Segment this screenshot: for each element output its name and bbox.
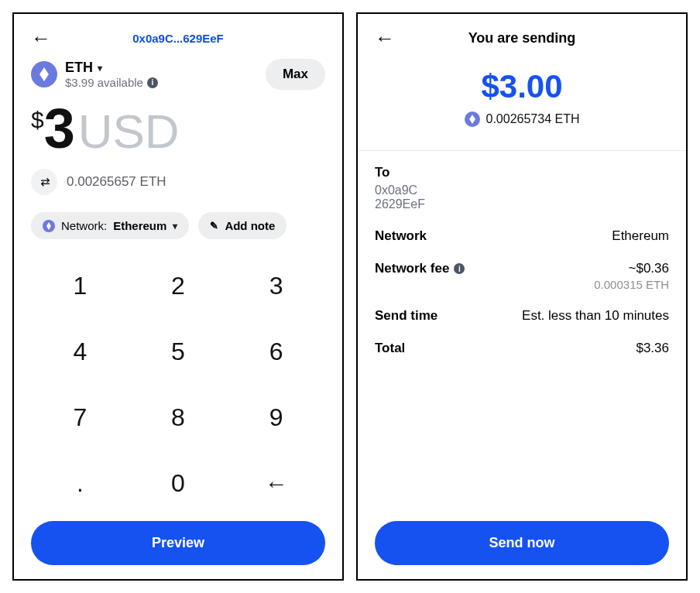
destination-address-short[interactable]: 0x0a9C...629EeF <box>51 32 305 45</box>
asset-symbol: ETH <box>65 60 93 76</box>
sendtime-value: Est. less than 10 minutes <box>522 308 669 324</box>
keypad-5[interactable]: 5 <box>129 319 228 385</box>
swap-row: ⇅ 0.00265657 ETH <box>31 169 325 195</box>
asset-selector[interactable]: ETH ▾ $3.99 available i <box>31 60 158 89</box>
confirm-amount-usd: $3.00 <box>375 68 669 105</box>
pencil-icon: ✎ <box>210 220 218 231</box>
keypad-3[interactable]: 3 <box>227 253 325 319</box>
fee-value-col: ~$0.36 0.000315 ETH <box>594 261 669 291</box>
send-amount-panel: ← 0x0a9C...629EeF ETH ▾ $3.99 available … <box>12 12 344 581</box>
to-address-line2: 2629EeF <box>375 197 669 211</box>
options-row: Network: Ethereum ▾ ✎ Add note <box>31 212 325 239</box>
sendtime-label: Send time <box>375 308 438 324</box>
amount-currency-symbol: $ <box>31 107 44 133</box>
keypad-8[interactable]: 8 <box>129 385 228 451</box>
sendtime-row: Send time Est. less than 10 minutes <box>375 308 669 324</box>
add-note-label: Add note <box>225 219 275 232</box>
chevron-down-icon: ▾ <box>173 221 177 231</box>
max-button[interactable]: Max <box>266 59 325 90</box>
keypad-1[interactable]: 1 <box>31 253 129 319</box>
keypad-backspace[interactable]: ← <box>227 451 325 516</box>
network-chip-label: Network: <box>61 219 107 232</box>
ethereum-icon <box>43 220 55 232</box>
total-value: $3.36 <box>636 341 669 356</box>
confirm-amount-eth-row: 0.00265734 ETH <box>375 111 669 127</box>
keypad-4[interactable]: 4 <box>31 319 129 385</box>
network-chip[interactable]: Network: Ethereum ▾ <box>31 212 189 239</box>
to-section: To 0x0a9C 2629EeF <box>375 165 669 211</box>
swap-icon: ⇅ <box>37 177 51 187</box>
keypad-9[interactable]: 9 <box>227 385 325 451</box>
keypad-dot[interactable]: . <box>31 451 129 516</box>
to-label: To <box>375 165 669 180</box>
fee-usd: ~$0.36 <box>594 261 669 276</box>
network-value: Ethereum <box>612 228 669 244</box>
confirm-body: $3.00 0.00265734 ETH To 0x0a9C 2629EeF N… <box>375 68 669 565</box>
amount-value: 3 <box>44 101 75 156</box>
info-icon[interactable]: i <box>454 263 465 274</box>
add-note-chip[interactable]: ✎ Add note <box>198 212 287 239</box>
asset-symbol-row: ETH ▾ <box>65 60 158 76</box>
ethereum-icon <box>465 111 480 127</box>
amount-display: $ 3 USD <box>31 101 325 156</box>
info-icon[interactable]: i <box>147 77 158 88</box>
amount-currency-code: USD <box>78 108 180 156</box>
keypad-6[interactable]: 6 <box>227 319 325 385</box>
ethereum-icon <box>31 61 57 87</box>
fee-label: Network fee <box>375 261 449 276</box>
numeric-keypad: 1 2 3 4 5 6 7 8 9 . 0 ← <box>31 253 325 516</box>
available-balance-row: $3.99 available i <box>65 76 158 89</box>
left-header: ← 0x0a9C...629EeF <box>31 28 325 48</box>
chevron-down-icon: ▾ <box>98 63 102 74</box>
back-arrow-icon[interactable]: ← <box>375 28 395 48</box>
asset-row: ETH ▾ $3.99 available i Max <box>31 59 325 90</box>
send-now-button[interactable]: Send now <box>375 521 669 565</box>
keypad-0[interactable]: 0 <box>129 451 228 516</box>
swap-currency-button[interactable]: ⇅ <box>31 169 57 195</box>
send-confirm-panel: ← You are sending $3.00 0.00265734 ETH T… <box>356 12 688 581</box>
total-row: Total $3.36 <box>375 341 669 356</box>
keypad-2[interactable]: 2 <box>129 253 228 319</box>
network-row: Network Ethereum <box>375 228 669 244</box>
network-chip-value: Ethereum <box>113 219 166 232</box>
spacer <box>375 356 669 516</box>
fee-row: Network fee i ~$0.36 0.000315 ETH <box>375 261 669 291</box>
right-header: ← You are sending <box>375 28 669 48</box>
back-arrow-icon[interactable]: ← <box>31 28 51 48</box>
fee-eth: 0.000315 ETH <box>594 278 669 291</box>
total-label: Total <box>375 341 405 356</box>
confirm-amount-eth: 0.00265734 ETH <box>486 112 580 126</box>
to-address-line1: 0x0a9C <box>375 183 669 197</box>
fee-label-row: Network fee i <box>375 261 465 276</box>
confirm-title: You are sending <box>395 30 649 46</box>
keypad-7[interactable]: 7 <box>31 385 129 451</box>
available-balance: $3.99 available <box>65 76 143 89</box>
preview-button[interactable]: Preview <box>31 521 325 565</box>
network-label: Network <box>375 228 427 244</box>
amount-eth-equivalent: 0.00265657 ETH <box>67 174 166 190</box>
divider <box>358 150 686 151</box>
